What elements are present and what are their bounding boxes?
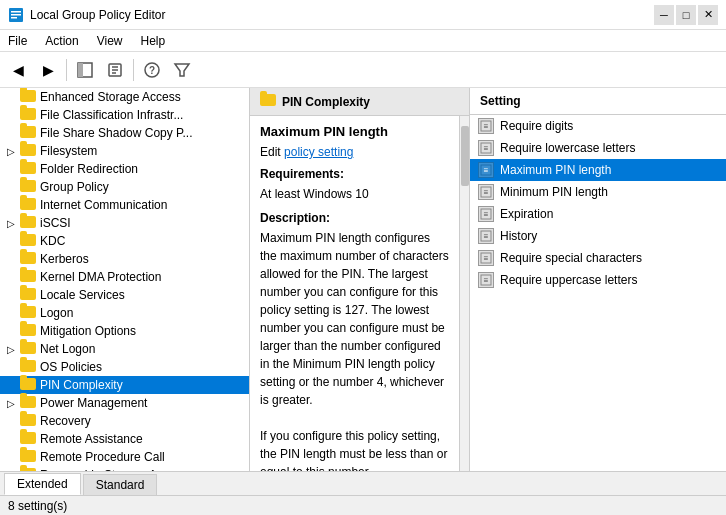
minimize-button[interactable]: ─ bbox=[654, 5, 674, 25]
tree-item-group-policy[interactable]: Group Policy bbox=[0, 178, 249, 196]
tree-label: Folder Redirection bbox=[40, 162, 138, 176]
expander bbox=[4, 360, 18, 374]
settings-item-expiration[interactable]: ≡ Expiration bbox=[470, 203, 726, 225]
menu-file[interactable]: File bbox=[4, 32, 31, 50]
tree-label: Locale Services bbox=[40, 288, 125, 302]
tree-item-remote-procedure[interactable]: Remote Procedure Call bbox=[0, 448, 249, 466]
toolbar-separator-2 bbox=[133, 59, 134, 81]
folder-icon bbox=[20, 396, 36, 410]
expander bbox=[4, 270, 18, 284]
edit-label: Edit bbox=[260, 145, 281, 159]
status-text: 8 setting(s) bbox=[8, 499, 67, 513]
menu-bar: File Action View Help bbox=[0, 30, 726, 52]
maximize-button[interactable]: □ bbox=[676, 5, 696, 25]
tree-label: Remote Assistance bbox=[40, 432, 143, 446]
right-panel: PIN Complexity Maximum PIN length Edit p… bbox=[250, 88, 726, 471]
help-button[interactable]: ? bbox=[138, 56, 166, 84]
folder-icon bbox=[20, 414, 36, 428]
folder-icon bbox=[20, 180, 36, 194]
folder-icon bbox=[20, 216, 36, 230]
tree-panel[interactable]: Enhanced Storage Access File Classificat… bbox=[0, 88, 250, 471]
svg-text:≡: ≡ bbox=[484, 188, 489, 197]
settings-panel: Setting ≡ Require digits ≡ Require lower… bbox=[470, 88, 726, 471]
detail-scroll-thumb[interactable] bbox=[461, 126, 469, 186]
tree-item-remote-assistance[interactable]: Remote Assistance bbox=[0, 430, 249, 448]
title-bar-left: Local Group Policy Editor bbox=[8, 7, 165, 23]
svg-text:≡: ≡ bbox=[484, 254, 489, 263]
detail-panel: PIN Complexity Maximum PIN length Edit p… bbox=[250, 88, 470, 471]
tree-item-pin-complexity[interactable]: PIN Complexity bbox=[0, 376, 249, 394]
detail-header: PIN Complexity bbox=[250, 88, 469, 116]
expander-iscsi[interactable]: ▷ bbox=[4, 216, 18, 230]
tree-item-iscsi[interactable]: ▷ iSCSI bbox=[0, 214, 249, 232]
settings-item-minimum-pin-length[interactable]: ≡ Minimum PIN length bbox=[470, 181, 726, 203]
tree-label: KDC bbox=[40, 234, 65, 248]
expander bbox=[4, 234, 18, 248]
tree-item-kdc[interactable]: KDC bbox=[0, 232, 249, 250]
settings-item-icon: ≡ bbox=[478, 140, 494, 156]
tree-item-kernel-dma[interactable]: Kernel DMA Protection bbox=[0, 268, 249, 286]
tab-standard[interactable]: Standard bbox=[83, 474, 158, 495]
settings-item-require-lowercase[interactable]: ≡ Require lowercase letters bbox=[470, 137, 726, 159]
svg-rect-3 bbox=[11, 17, 17, 19]
settings-item-label: Minimum PIN length bbox=[500, 185, 608, 199]
tree-item-os-policies[interactable]: OS Policies bbox=[0, 358, 249, 376]
back-button[interactable]: ◀ bbox=[4, 56, 32, 84]
window-controls[interactable]: ─ □ ✕ bbox=[654, 5, 718, 25]
expander-power[interactable]: ▷ bbox=[4, 396, 18, 410]
folder-icon bbox=[20, 162, 36, 176]
menu-view[interactable]: View bbox=[93, 32, 127, 50]
tree-item-net-logon[interactable]: ▷ Net Logon bbox=[0, 340, 249, 358]
expander bbox=[4, 432, 18, 446]
folder-icon-open bbox=[20, 378, 36, 392]
tree-label: Filesystem bbox=[40, 144, 97, 158]
svg-text:≡: ≡ bbox=[484, 276, 489, 285]
properties-button[interactable] bbox=[101, 56, 129, 84]
tree-item-internet-communication[interactable]: Internet Communication bbox=[0, 196, 249, 214]
expander bbox=[4, 306, 18, 320]
folder-icon bbox=[20, 198, 36, 212]
tab-extended[interactable]: Extended bbox=[4, 473, 81, 495]
close-button[interactable]: ✕ bbox=[698, 5, 718, 25]
tree-item-file-classification[interactable]: File Classification Infrastr... bbox=[0, 106, 249, 124]
tree-item-mitigation-options[interactable]: Mitigation Options bbox=[0, 322, 249, 340]
tree-label: Recovery bbox=[40, 414, 91, 428]
tree-label: Group Policy bbox=[40, 180, 109, 194]
tree-item-logon[interactable]: Logon bbox=[0, 304, 249, 322]
bottom-tabs: Extended Standard bbox=[0, 471, 726, 495]
expander-filesystem[interactable]: ▷ bbox=[4, 144, 18, 158]
tree-item-enhanced-storage[interactable]: Enhanced Storage Access bbox=[0, 88, 249, 106]
tree-item-kerberos[interactable]: Kerberos bbox=[0, 250, 249, 268]
settings-item-icon: ≡ bbox=[478, 228, 494, 244]
tree-item-file-share-shadow[interactable]: File Share Shadow Copy P... bbox=[0, 124, 249, 142]
settings-item-require-digits[interactable]: ≡ Require digits bbox=[470, 115, 726, 137]
settings-header: Setting bbox=[470, 88, 726, 115]
svg-text:≡: ≡ bbox=[484, 232, 489, 241]
settings-item-history[interactable]: ≡ History bbox=[470, 225, 726, 247]
settings-item-require-uppercase[interactable]: ≡ Require uppercase letters bbox=[470, 269, 726, 291]
folder-icon bbox=[20, 234, 36, 248]
forward-button[interactable]: ▶ bbox=[34, 56, 62, 84]
title-bar: Local Group Policy Editor ─ □ ✕ bbox=[0, 0, 726, 30]
expander bbox=[4, 198, 18, 212]
tree-item-filesystem[interactable]: ▷ Filesystem bbox=[0, 142, 249, 160]
tree-item-folder-redirection[interactable]: Folder Redirection bbox=[0, 160, 249, 178]
menu-action[interactable]: Action bbox=[41, 32, 82, 50]
settings-item-require-special[interactable]: ≡ Require special characters bbox=[470, 247, 726, 269]
detail-scrollbar[interactable] bbox=[459, 116, 469, 471]
folder-icon bbox=[20, 270, 36, 284]
menu-help[interactable]: Help bbox=[137, 32, 170, 50]
tree-label: File Classification Infrastr... bbox=[40, 108, 183, 122]
folder-icon bbox=[20, 252, 36, 266]
filter-button[interactable] bbox=[168, 56, 196, 84]
tree-item-locale-services[interactable]: Locale Services bbox=[0, 286, 249, 304]
expander-net-logon[interactable]: ▷ bbox=[4, 342, 18, 356]
tree-item-recovery[interactable]: Recovery bbox=[0, 412, 249, 430]
tree-item-removable-storage[interactable]: Removable Storage Acces... bbox=[0, 466, 249, 471]
show-hide-button[interactable] bbox=[71, 56, 99, 84]
tree-item-power-management[interactable]: ▷ Power Management bbox=[0, 394, 249, 412]
svg-text:≡: ≡ bbox=[484, 144, 489, 153]
policy-link[interactable]: policy setting bbox=[284, 145, 353, 159]
settings-item-maximum-pin-length[interactable]: ≡ Maximum PIN length bbox=[470, 159, 726, 181]
svg-text:≡: ≡ bbox=[484, 166, 489, 175]
